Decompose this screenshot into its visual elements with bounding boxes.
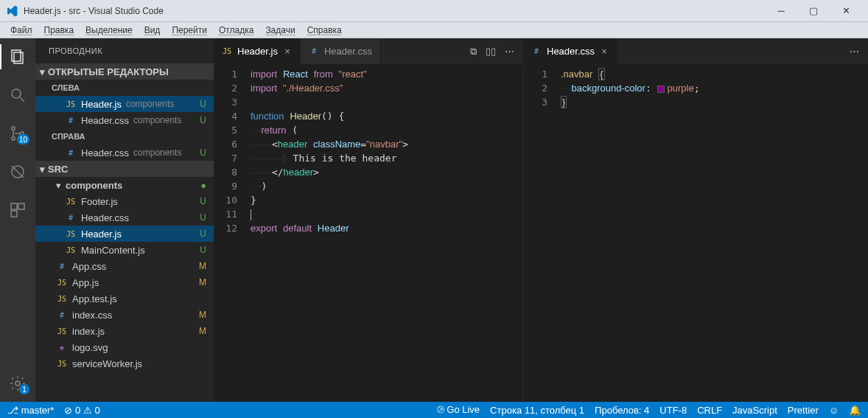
tab-header-js[interactable]: JS Header.js × <box>214 38 301 64</box>
activity-debug[interactable] <box>0 159 35 184</box>
menubar: Файл Правка Выделение Вид Перейти Отладк… <box>0 22 868 38</box>
status-prettier[interactable]: Prettier <box>788 405 819 416</box>
css-icon: # <box>65 114 77 126</box>
svg-rect-1 <box>14 52 23 63</box>
settings-badge: 1 <box>19 384 29 394</box>
svg-rect-0 <box>12 50 21 61</box>
compare-icon[interactable]: ⧉ <box>470 46 477 58</box>
js-icon: JS <box>65 228 77 240</box>
js-icon: JS <box>56 325 68 337</box>
status-bell-icon[interactable]: 🔔 <box>849 405 861 416</box>
tab-group-right: # Header.css × ⋯ <box>523 38 868 64</box>
menu-help[interactable]: Справка <box>301 24 348 37</box>
window-titlebar: Header.js - src - Visual Studio Code ─ ▢… <box>0 0 868 22</box>
menu-edit[interactable]: Правка <box>38 24 80 37</box>
file-item[interactable]: ⬘logo.svg <box>35 339 214 355</box>
explorer-sidebar: ПРОВОДНИК ▾ОТКРЫТЫЕ РЕДАКТОРЫ СЛЕВА JS H… <box>35 38 214 402</box>
activity-settings[interactable]: 1 <box>0 371 35 396</box>
close-window-button[interactable]: ✕ <box>830 0 862 22</box>
css-icon: # <box>65 147 77 159</box>
src-section[interactable]: ▾SRC <box>35 161 214 177</box>
line-gutter: 123 <box>524 64 555 402</box>
open-editor-item[interactable]: # Header.css components U <box>35 112 214 128</box>
maximize-button[interactable]: ▢ <box>797 0 830 22</box>
js-icon: JS <box>221 46 233 58</box>
svg-point-4 <box>12 127 15 130</box>
editor-actions-right: ⋯ <box>841 38 868 64</box>
js-icon: JS <box>65 244 77 256</box>
status-encoding[interactable]: UTF-8 <box>659 405 687 416</box>
svg-rect-11 <box>11 211 17 217</box>
file-item[interactable]: JSMainContent.jsU <box>35 242 214 258</box>
chevron-down-icon: ▾ <box>56 180 61 191</box>
activity-scm[interactable]: 10 <box>0 121 35 146</box>
status-eol[interactable]: CRLF <box>697 405 722 416</box>
status-lang[interactable]: JavaScript <box>732 405 777 416</box>
status-golive[interactable]: ⧁ Go Live <box>437 404 480 416</box>
more-icon[interactable]: ⋯ <box>505 46 514 57</box>
more-icon[interactable]: ⋯ <box>850 46 859 57</box>
close-icon[interactable]: × <box>599 46 609 57</box>
code-editor-right[interactable]: .navbar { ····background-color: purple; … <box>555 64 835 402</box>
file-item[interactable]: JSserviceWorker.js <box>35 355 214 372</box>
menu-view[interactable]: Вид <box>139 24 167 37</box>
open-editors-right-group: СПРАВА <box>35 128 214 144</box>
open-editors-section[interactable]: ▾ОТКРЫТЫЕ РЕДАКТОРЫ <box>35 63 214 80</box>
editor-pane-right[interactable]: 123 .navbar { ····background-color: purp… <box>523 64 868 402</box>
scm-badge: 10 <box>17 134 29 144</box>
file-item[interactable]: JSApp.test.js <box>35 290 214 307</box>
file-item[interactable]: #App.cssM <box>35 258 214 274</box>
window-title: Header.js - src - Visual Studio Code <box>24 6 765 16</box>
status-spaces[interactable]: Пробелов: 4 <box>595 405 649 416</box>
activity-extensions[interactable] <box>0 198 35 223</box>
activity-search[interactable] <box>0 83 35 108</box>
status-bar: ⎇ master* ⊘ 0 ⚠ 0 ⧁ Go Live Строка 11, с… <box>0 402 868 418</box>
svg-rect-9 <box>11 203 17 209</box>
svg-point-5 <box>12 137 15 140</box>
editor-pane-left[interactable]: 123456789101112 import React from "react… <box>214 64 523 402</box>
open-editor-item[interactable]: JS Header.js components U <box>35 96 214 112</box>
minimap[interactable] <box>835 64 868 402</box>
file-item[interactable]: JSFooter.jsU <box>35 193 214 209</box>
minimap[interactable] <box>490 64 523 402</box>
file-item[interactable]: #Header.cssU <box>35 209 214 226</box>
menu-file[interactable]: Файл <box>4 24 38 37</box>
tab-group-left: JS Header.js × # Header.css ⧉ ▯▯ ⋯ <box>214 38 523 64</box>
editor-area: JS Header.js × # Header.css ⧉ ▯▯ ⋯ # <box>214 38 868 402</box>
tab-header-css-right[interactable]: # Header.css × <box>523 38 617 64</box>
editor-actions-left: ⧉ ▯▯ ⋯ <box>461 38 523 64</box>
menu-go[interactable]: Перейти <box>166 24 213 37</box>
minimize-button[interactable]: ─ <box>765 0 797 22</box>
code-editor-left[interactable]: import React from "react" import "./Head… <box>245 64 490 402</box>
open-editor-item[interactable]: # Header.css components U <box>35 144 214 161</box>
file-item[interactable]: #index.cssM <box>35 307 214 323</box>
status-feedback-icon[interactable]: ☺ <box>829 405 839 416</box>
css-icon: # <box>56 260 68 272</box>
status-branch[interactable]: ⎇ master* <box>7 405 54 416</box>
menu-debug[interactable]: Отладка <box>213 24 259 37</box>
svg-point-12 <box>15 381 20 386</box>
open-editors-left-group: СЛЕВА <box>35 80 214 96</box>
svg-icon: ⬘ <box>56 341 68 353</box>
status-problems[interactable]: ⊘ 0 ⚠ 0 <box>64 405 99 416</box>
folder-components[interactable]: ▾ components ● <box>35 177 214 193</box>
js-icon: JS <box>56 276 68 288</box>
svg-rect-10 <box>18 203 24 209</box>
file-item[interactable]: JSApp.jsM <box>35 274 214 290</box>
svg-line-3 <box>20 97 24 102</box>
file-item[interactable]: JSHeader.jsU <box>35 226 214 242</box>
css-icon: # <box>65 212 77 223</box>
tab-header-css-left[interactable]: # Header.css <box>301 38 380 64</box>
svg-point-2 <box>12 89 21 98</box>
activity-explorer[interactable] <box>0 44 35 69</box>
menu-tasks[interactable]: Задачи <box>259 24 301 37</box>
vscode-logo-icon <box>6 5 18 17</box>
file-item[interactable]: JSindex.jsM <box>35 323 214 339</box>
line-gutter: 123456789101112 <box>214 64 245 402</box>
css-icon: # <box>308 46 320 58</box>
split-editor-icon[interactable]: ▯▯ <box>486 46 496 57</box>
status-position[interactable]: Строка 11, столбец 1 <box>490 405 584 416</box>
close-icon[interactable]: × <box>282 46 293 57</box>
js-icon: JS <box>65 98 77 110</box>
menu-selection[interactable]: Выделение <box>80 24 139 37</box>
